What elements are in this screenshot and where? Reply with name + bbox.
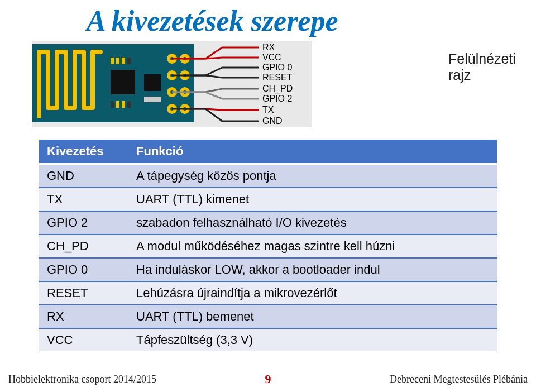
table-cell-pin: RX xyxy=(39,305,128,328)
diagram-caption: Felülnézeti rajz xyxy=(448,51,516,83)
svg-rect-6 xyxy=(122,58,125,64)
table-cell-pin: GPIO 0 xyxy=(39,258,128,281)
table-row: GNDA tápegység közös pontja xyxy=(39,164,497,188)
table-header-pin: Kivezetés xyxy=(39,140,128,164)
svg-rect-9 xyxy=(116,101,119,108)
pin-label: RESET xyxy=(262,73,293,82)
table-cell-function: Ha induláskor LOW, akkor a bootloader in… xyxy=(128,258,497,281)
table-row: VCCTápfeszültség (3,3 V) xyxy=(39,328,497,351)
pin-label: TX xyxy=(262,105,274,114)
pin-label: GPIO 2 xyxy=(262,94,292,103)
table-row: TXUART (TTL) kimenet xyxy=(39,188,497,211)
pin-label: CH_PD xyxy=(262,84,293,94)
table-cell-pin: GND xyxy=(39,164,128,188)
table-cell-function: UART (TTL) bemenet xyxy=(128,305,497,328)
footer-right: Debreceni Megtestesülés Plébánia xyxy=(277,374,528,385)
pin-label: VCC xyxy=(262,52,281,62)
slide-footer: Hobbielektronika csoport 2014/2015 9 Deb… xyxy=(0,372,536,386)
footer-page-number: 9 xyxy=(260,372,277,386)
slide-title: A kivezetések szerepe xyxy=(22,4,514,37)
table-cell-pin: CH_PD xyxy=(39,235,128,258)
footer-left: Hobbielektronika csoport 2014/2015 xyxy=(8,374,260,385)
pin-label: RX xyxy=(262,42,275,52)
svg-rect-3 xyxy=(144,74,161,91)
table-row: GPIO 2szabadon felhasználható I/O kiveze… xyxy=(39,211,497,235)
table-cell-pin: RESET xyxy=(39,281,128,305)
svg-rect-12 xyxy=(144,97,161,102)
table-cell-function: Tápfeszültség (3,3 V) xyxy=(128,328,497,351)
pinout-table: Kivezetés Funkció GNDA tápegység közös p… xyxy=(39,140,497,351)
table-row: RESETLehúzásra újraindítja a mikrovezérl… xyxy=(39,281,497,305)
svg-rect-11 xyxy=(127,101,131,108)
table-cell-pin: VCC xyxy=(39,328,128,351)
table-cell-function: szabadon felhasználható I/O kivezetés xyxy=(128,211,497,235)
table-cell-pin: TX xyxy=(39,188,128,211)
pin-label: GND xyxy=(262,116,283,126)
svg-rect-8 xyxy=(111,101,114,108)
svg-rect-5 xyxy=(116,58,119,64)
svg-rect-10 xyxy=(122,101,125,108)
svg-rect-7 xyxy=(127,58,131,64)
table-row: RXUART (TTL) bemenet xyxy=(39,305,497,328)
svg-rect-4 xyxy=(111,58,114,64)
pcb-pinout-diagram: RXVCCGPIO 0RESETCH_PDGPIO 2TXGND xyxy=(32,41,312,127)
table-cell-function: Lehúzásra újraindítja a mikrovezérlőt xyxy=(128,281,497,305)
table-cell-function: A tápegység közös pontja xyxy=(128,164,497,188)
table-row: CH_PDA modul működéséhez magas szintre k… xyxy=(39,235,497,258)
table-header-function: Funkció xyxy=(128,140,497,164)
table-cell-pin: GPIO 2 xyxy=(39,211,128,235)
svg-rect-2 xyxy=(111,70,135,94)
pin-label: GPIO 0 xyxy=(262,63,292,72)
table-cell-function: A modul működéséhez magas szintre kell h… xyxy=(128,235,497,258)
table-cell-function: UART (TTL) kimenet xyxy=(128,188,497,211)
table-row: GPIO 0Ha induláskor LOW, akkor a bootloa… xyxy=(39,258,497,281)
